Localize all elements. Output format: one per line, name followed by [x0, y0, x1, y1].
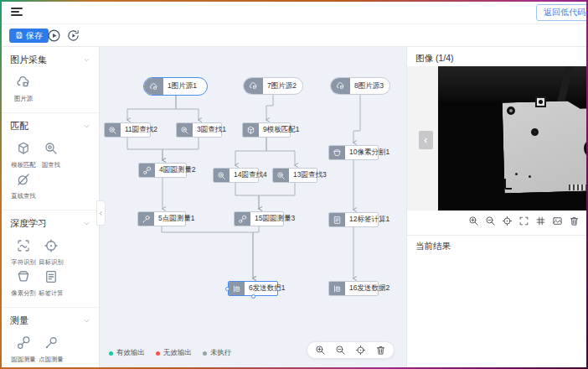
node-label: 12标签计算1	[345, 213, 394, 226]
sidebar-collapse-handle[interactable]	[96, 200, 106, 226]
connection-handle[interactable]	[276, 287, 281, 291]
node-label: 5点圆测量1	[154, 212, 199, 226]
connection-handle[interactable]	[225, 287, 230, 291]
sidebar-item-doc-calc[interactable]: 标签计算	[38, 268, 64, 298]
node-12[interactable]: 12标签计算1	[328, 212, 379, 227]
locate-button[interactable]	[502, 216, 513, 226]
node-6[interactable]: 6发送数据1	[228, 281, 278, 296]
connection-handle[interactable]	[251, 294, 255, 299]
sidebar-item-point-point[interactable]: 点点测量	[10, 366, 37, 367]
grid-icon	[535, 216, 546, 226]
sidebar-item-segment[interactable]: 像素分割	[10, 268, 37, 298]
zoom-out-button[interactable]	[485, 216, 496, 226]
sidebar-item-circle-circle[interactable]: 圆圆测量	[10, 335, 37, 364]
cloud-image-icon	[149, 82, 158, 91]
node-16[interactable]: 16发送数据2	[328, 281, 379, 296]
sidebar-item-label: 模板匹配	[11, 160, 35, 169]
node-11[interactable]: 11圆查找2	[104, 122, 151, 138]
node-7[interactable]: 7图片源2	[243, 77, 303, 95]
sidebar-section: 匹配模板匹配圆查找直线查找	[2, 113, 99, 210]
cloud-image-icon	[336, 81, 345, 91]
sidebar-section-header[interactable]: 匹配	[10, 120, 90, 133]
save-icon	[15, 31, 23, 41]
node-4[interactable]: 4圆圆测量2	[138, 163, 187, 178]
zoom-out-button[interactable]	[335, 345, 346, 356]
node-10[interactable]: 10像素分割1	[328, 145, 379, 160]
node-label: 3圆查找1	[193, 123, 230, 137]
node-8[interactable]: 8图片源3	[330, 77, 390, 95]
node-label: 9模板匹配1	[259, 123, 303, 137]
doc-calc-icon	[333, 216, 342, 225]
send-icon	[333, 284, 342, 294]
node-1[interactable]: 1图片源1	[143, 77, 208, 96]
fullscreen-button[interactable]	[518, 216, 529, 226]
circle-find-icon	[276, 171, 286, 180]
circle-circle-icon	[142, 166, 152, 175]
sidebar-item-line-find[interactable]: 直线查找	[10, 171, 37, 200]
node-14[interactable]: 14圆查找4	[213, 168, 259, 183]
picture-button[interactable]	[552, 216, 563, 226]
sidebar-item-target[interactable]: 目标识别	[38, 237, 64, 267]
component-sidebar: 图片采集图片源匹配模板匹配圆查找直线查找深度学习字符识别目标识别像素分割标签计算…	[2, 47, 100, 367]
edge-layer	[100, 47, 406, 367]
back-to-lowcode-button[interactable]: 返回低代码	[536, 4, 586, 21]
node-5[interactable]: 5点圆测量1	[137, 211, 186, 226]
plate-hole-center	[531, 128, 539, 136]
point-circle-icon	[44, 335, 59, 351]
legend-dot	[203, 351, 207, 356]
plate-hole-small	[507, 107, 515, 115]
run-button[interactable]	[47, 28, 62, 43]
cube-icon	[16, 141, 31, 156]
legend-item: 无效输出	[156, 348, 192, 358]
grid-button[interactable]	[535, 216, 546, 226]
node-label: 10像素分割1	[345, 146, 394, 159]
prev-image-button[interactable]	[419, 131, 433, 149]
doc-calc-icon	[44, 269, 59, 284]
window-frame: 返回低代码 保存 图片采集图片源匹配模板匹配圆查找直线查找深度学习字符识别目标识…	[0, 0, 588, 369]
node-15[interactable]: 15圆圆测量3	[234, 211, 284, 226]
camera-image[interactable]	[438, 66, 586, 210]
trash-button[interactable]	[375, 345, 386, 356]
legend-label: 未执行	[210, 348, 232, 358]
point-point-icon	[16, 366, 31, 367]
sidebar-item-cloud-image[interactable]: 图片源	[10, 74, 37, 103]
workflow-canvas[interactable]: 有效输出无效输出未执行 1图片源17图片源28图片源311圆查找23圆查找19模…	[100, 47, 406, 367]
sidebar-item-cube[interactable]: 模板匹配	[10, 140, 37, 169]
chevron-left-icon	[98, 210, 104, 216]
node-3[interactable]: 3圆查找1	[176, 122, 222, 138]
sidebar-section-header[interactable]: 深度学习	[10, 217, 90, 230]
sidebar-item-label: 图片源	[14, 94, 33, 102]
step-run-button[interactable]	[66, 28, 81, 43]
node-label: 14圆查找4	[230, 169, 271, 182]
zoom-in-button[interactable]	[315, 345, 326, 356]
chevron-down-icon	[83, 56, 90, 64]
sidebar-item-point-circle[interactable]: 点圆测量	[38, 335, 64, 364]
run-once-icon	[66, 29, 80, 43]
trash-button[interactable]	[569, 216, 580, 226]
locate-icon	[502, 216, 513, 226]
toolbar: 保存	[2, 24, 586, 47]
plate-clamp	[535, 96, 546, 107]
sidebar-section-header[interactable]: 图片采集	[10, 54, 90, 66]
menu-icon[interactable]	[11, 8, 23, 18]
target-icon	[44, 238, 59, 253]
circle-find-icon	[108, 126, 117, 135]
point-circle-icon	[142, 215, 151, 224]
sidebar-item-label: 圆查找	[42, 160, 60, 169]
sidebar-section-header[interactable]: 测量	[10, 314, 90, 327]
sidebar-item-circle-find[interactable]: 圆查找	[38, 140, 64, 169]
legend-dot	[156, 351, 160, 356]
top-header: 返回低代码	[2, 2, 586, 24]
save-button[interactable]: 保存	[9, 29, 49, 43]
status-legend: 有效输出无效输出未执行	[109, 348, 232, 358]
app-root: 返回低代码 保存 图片采集图片源匹配模板匹配圆查找直线查找深度学习字符识别目标识…	[2, 2, 586, 367]
node-label: 4圆圆测量2	[155, 164, 199, 177]
node-9[interactable]: 9模板匹配1	[242, 122, 291, 138]
node-13[interactable]: 13圆查找3	[272, 168, 317, 183]
sidebar-item-label: 目标识别	[39, 257, 63, 266]
picture-icon	[552, 216, 563, 226]
sidebar-item-ocr[interactable]: 字符识别	[10, 237, 37, 267]
locate-button[interactable]	[355, 345, 366, 356]
chevron-down-icon	[83, 122, 90, 130]
zoom-in-button[interactable]	[468, 216, 479, 226]
